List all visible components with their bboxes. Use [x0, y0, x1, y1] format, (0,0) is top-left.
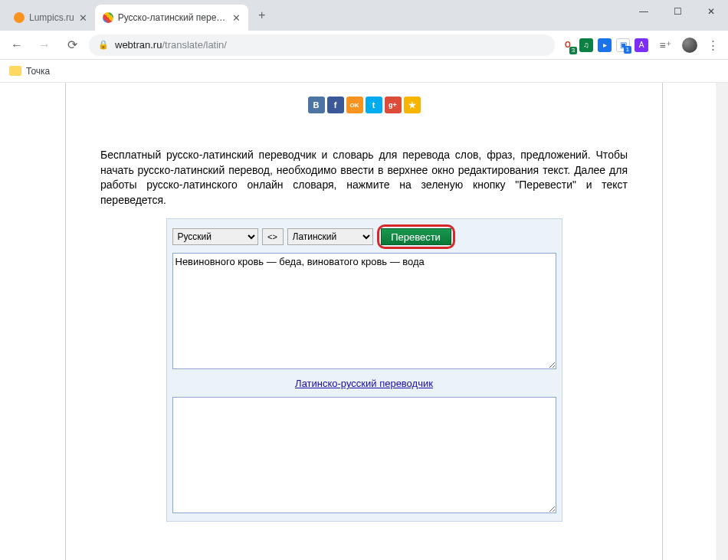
bookmarks-bar: Точка — [0, 60, 728, 83]
gplus-icon[interactable]: g+ — [385, 97, 402, 113]
translate-button-highlight: Перевести — [377, 224, 455, 249]
folder-icon — [9, 66, 21, 76]
reload-button[interactable]: ⟳ — [61, 34, 83, 56]
scrollbar[interactable] — [716, 83, 728, 560]
back-button[interactable]: ← — [6, 34, 28, 56]
facebook-icon[interactable]: f — [327, 97, 344, 113]
swap-button[interactable]: <> — [262, 228, 284, 245]
source-text-input[interactable] — [172, 253, 556, 369]
target-text-output[interactable] — [172, 397, 556, 513]
vk-icon[interactable]: B — [308, 97, 325, 113]
profile-avatar[interactable] — [682, 38, 697, 53]
social-share-row: B f OK t g+ ★ — [100, 97, 628, 113]
ext-adblock-icon[interactable]: O3 — [561, 38, 575, 52]
new-tab-button[interactable]: + — [251, 5, 273, 26]
bookmark-item[interactable]: Точка — [26, 66, 50, 77]
lock-icon: 🔒 — [98, 40, 109, 50]
target-language-select[interactable]: Латинский — [287, 228, 373, 245]
window-controls: — ☐ ✕ — [627, 0, 728, 23]
favorite-icon[interactable]: ★ — [404, 97, 421, 113]
ext-purple-icon[interactable]: A — [635, 38, 648, 52]
chrome-menu-button[interactable]: ⋮ — [703, 38, 722, 52]
page-viewport[interactable]: B f OK t g+ ★ Бесплатный русско-латински… — [0, 83, 728, 560]
maximize-button[interactable]: ☐ — [661, 0, 694, 23]
twitter-icon[interactable]: t — [366, 97, 382, 113]
favicon-webtran — [103, 12, 113, 23]
url-input[interactable]: 🔒 webtran.ru/translate/latin/ — [89, 34, 555, 56]
favicon-lumpics — [14, 12, 25, 23]
ext-blue-icon[interactable]: ▸ — [598, 38, 612, 52]
tab-title: Русско-латинский переводчик о — [118, 12, 228, 23]
close-window-button[interactable]: ✕ — [694, 0, 728, 23]
translator-panel: Русский <> Латинский Перевести Латинско-… — [166, 218, 562, 522]
reverse-translator-link[interactable]: Латинско-русский переводчик — [295, 378, 433, 389]
source-language-select[interactable]: Русский — [172, 228, 258, 245]
close-icon[interactable]: ✕ — [79, 12, 87, 24]
browser-tab-strip: Lumpics.ru ✕ Русско-латинский переводчик… — [0, 0, 728, 31]
translate-button[interactable]: Перевести — [381, 228, 451, 245]
page-content: B f OK t g+ ★ Бесплатный русско-латински… — [65, 83, 663, 560]
url-text: webtran.ru/translate/latin/ — [115, 39, 227, 51]
reading-list-icon[interactable]: ≡⁺ — [654, 34, 676, 56]
address-bar: ← → ⟳ 🔒 webtran.ru/translate/latin/ O3 ♫… — [0, 31, 728, 60]
ext-green-icon[interactable]: ♫ — [579, 38, 593, 52]
tab-webtran[interactable]: Русско-латинский переводчик о ✕ — [95, 5, 248, 31]
extensions: O3 ♫ ▸ ▣1 A — [561, 38, 648, 52]
minimize-button[interactable]: — — [627, 0, 661, 23]
forward-button[interactable]: → — [34, 34, 55, 56]
tab-lumpics[interactable]: Lumpics.ru ✕ — [6, 5, 95, 31]
controls-row: Русский <> Латинский Перевести — [172, 224, 556, 249]
tabs-container: Lumpics.ru ✕ Русско-латинский переводчик… — [0, 0, 273, 31]
intro-text: Бесплатный русско-латинский переводчик и… — [100, 148, 628, 208]
close-icon[interactable]: ✕ — [232, 12, 241, 24]
tab-title: Lumpics.ru — [29, 12, 74, 23]
ok-icon[interactable]: OK — [346, 97, 363, 113]
reverse-link-row: Латинско-русский переводчик — [172, 378, 556, 389]
ext-box-icon[interactable]: ▣1 — [616, 38, 630, 52]
